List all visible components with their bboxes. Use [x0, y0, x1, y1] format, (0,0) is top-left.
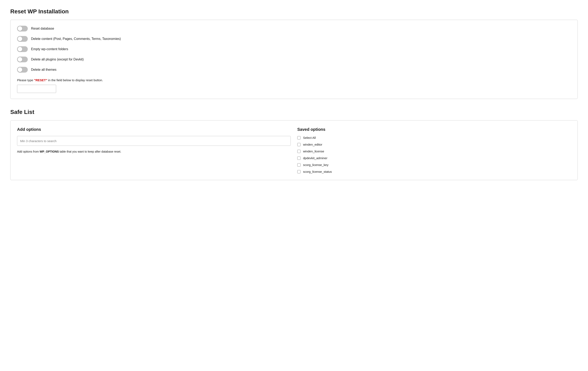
toggle-label-delete-themes: Delete all themes	[31, 68, 57, 72]
toggle-track	[17, 57, 28, 62]
add-options-column: Add options Add options from WP_OPTIONS …	[17, 127, 291, 173]
toggle-row-empty-wp-content: Empty wp-content folders	[17, 46, 571, 52]
add-options-title: Add options	[17, 127, 291, 132]
add-options-note-suffix: table that you want to keep after databa…	[59, 150, 121, 153]
checkbox-winden-editor[interactable]	[297, 143, 301, 146]
add-options-note-prefix: Add options from	[17, 150, 40, 153]
toggle-row-reset-db: Reset database	[17, 26, 571, 32]
checkbox-scorg-license-status[interactable]	[297, 170, 301, 173]
saved-options-column: Saved options Select All winden_editor w…	[297, 127, 571, 173]
toggle-thumb	[18, 26, 22, 31]
toggle-thumb	[18, 37, 22, 41]
list-item: winden_editor	[297, 143, 571, 146]
safe-list-section-title: Safe List	[10, 109, 578, 115]
toggle-track	[17, 36, 28, 42]
toggle-empty-wp-content[interactable]	[17, 46, 28, 52]
toggle-reset-db[interactable]	[17, 26, 28, 32]
toggle-delete-content[interactable]	[17, 36, 28, 42]
label-scorg-license-status[interactable]: scorg_license_status	[303, 170, 332, 173]
toggle-label-empty-wp-content: Empty wp-content folders	[31, 47, 68, 51]
label-scorg-license-key[interactable]: scorg_license_key	[303, 163, 328, 167]
toggle-label-delete-plugins: Delete all plugins (except for Devkit)	[31, 58, 84, 61]
list-item: winden_license	[297, 149, 571, 153]
toggle-track	[17, 46, 28, 52]
toggle-thumb	[18, 67, 22, 72]
safe-list-card: Add options Add options from WP_OPTIONS …	[10, 120, 578, 180]
label-winden-editor[interactable]: winden_editor	[303, 143, 322, 146]
select-all-checkbox[interactable]	[297, 136, 301, 139]
toggle-row-delete-themes: Delete all themes	[17, 67, 571, 73]
toggle-thumb	[18, 57, 22, 62]
search-input[interactable]	[17, 136, 291, 146]
list-item: scorg_license_key	[297, 163, 571, 167]
toggle-label-delete-content: Delete content (Post, Pages, Comments, T…	[31, 37, 121, 41]
toggle-track	[17, 26, 28, 32]
toggle-label-reset-db: Reset database	[31, 27, 54, 31]
toggle-thumb	[18, 47, 22, 52]
reset-note-keyword: "RESET"	[34, 78, 47, 82]
reset-note-prefix: Please type	[17, 78, 34, 82]
label-dpdevkit-adminer[interactable]: dpdevkit_adminer	[303, 156, 327, 160]
toggle-row-delete-plugins: Delete all plugins (except for Devkit)	[17, 57, 571, 62]
reset-confirm-input[interactable]	[17, 85, 56, 93]
add-options-note-bold: WP_OPTIONS	[40, 150, 59, 153]
list-item: scorg_license_status	[297, 170, 571, 173]
label-winden-license[interactable]: winden_license	[303, 149, 324, 153]
reset-note-suffix: in the field below to display reset butt…	[47, 78, 103, 82]
safe-list-grid: Add options Add options from WP_OPTIONS …	[17, 127, 571, 173]
list-item: dpdevkit_adminer	[297, 156, 571, 160]
toggle-track	[17, 67, 28, 73]
reset-card: Reset database Delete content (Post, Pag…	[10, 20, 578, 99]
select-all-label[interactable]: Select All	[303, 136, 316, 139]
checkbox-scorg-license-key[interactable]	[297, 163, 301, 167]
toggle-delete-themes[interactable]	[17, 67, 28, 73]
toggle-delete-plugins[interactable]	[17, 57, 28, 62]
reset-section-title: Reset WP Installation	[10, 8, 578, 15]
checkbox-winden-license[interactable]	[297, 150, 301, 153]
checkbox-dpdevkit-adminer[interactable]	[297, 157, 301, 160]
select-all-row: Select All	[297, 136, 571, 139]
toggle-row-delete-content: Delete content (Post, Pages, Comments, T…	[17, 36, 571, 42]
add-options-note: Add options from WP_OPTIONS table that y…	[17, 149, 291, 154]
saved-options-title: Saved options	[297, 127, 571, 132]
reset-note: Please type "RESET" in the field below t…	[17, 78, 571, 82]
